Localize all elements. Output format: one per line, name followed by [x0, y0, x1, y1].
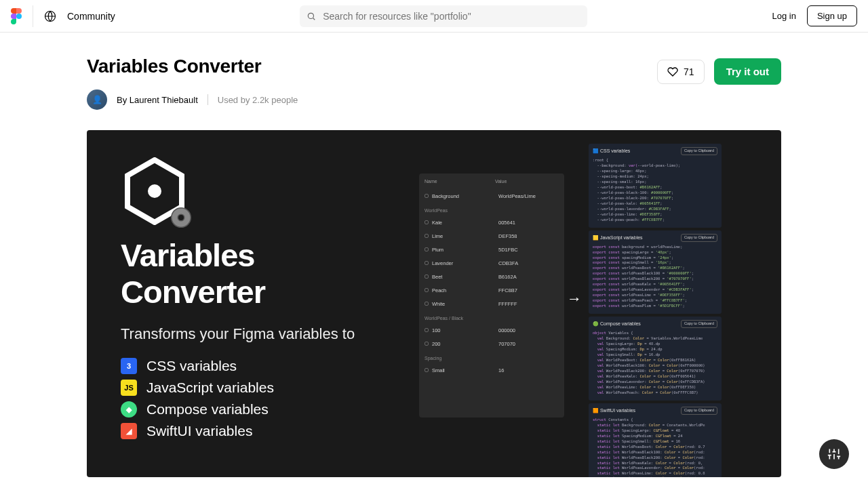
android-icon: ◆ [121, 401, 137, 418]
divider [208, 94, 208, 105]
variable-row: LimeDEF358 [425, 229, 559, 243]
feature-css: 3CSS variables [121, 358, 419, 374]
variable-row: BeetB6162A [425, 270, 559, 283]
variable-row: BackgroundWorldPeas/Lime [425, 189, 559, 203]
svg-point-3 [148, 184, 161, 198]
variable-row: Kale005641 [425, 216, 559, 229]
hero-image: VariablesConverter Transforms your Figma… [87, 130, 781, 477]
usage-count: Used by 2.2k people [218, 95, 298, 105]
hex-gear-icon [121, 157, 189, 225]
author-avatar[interactable]: 👤 [87, 89, 107, 110]
js-icon: JS [121, 380, 137, 396]
feature-js: JSJavaScript variables [121, 380, 419, 396]
author-line[interactable]: By Laurent Thiebault [117, 95, 198, 105]
divider [33, 5, 33, 27]
sliders-icon [827, 447, 841, 461]
login-link[interactable]: Log in [772, 11, 795, 21]
variables-panel: NameValue BackgroundWorldPeas/Lime World… [419, 174, 564, 418]
like-button[interactable]: 71 [657, 60, 705, 84]
hero-title: VariablesConverter [121, 237, 419, 310]
variable-row: LavenderCDB3FA [425, 256, 559, 270]
swift-code-panel: 🟧 SwiftUI variablesCopy to Clipboard str… [589, 403, 722, 477]
variable-row: Small16 [425, 363, 559, 377]
search-input[interactable] [300, 5, 587, 27]
try-it-out-button[interactable]: Try it out [714, 58, 781, 85]
copy-button: Copy to Clipboard [681, 407, 717, 415]
compose-code-panel: 🟢 Compose variablesCopy to Clipboard obj… [589, 317, 722, 401]
hero-subtitle: Transforms your Figma variables to [121, 325, 419, 343]
swift-icon: ◢ [121, 423, 137, 439]
css-icon: 3 [121, 358, 137, 374]
copy-button: Copy to Clipboard [681, 320, 717, 328]
top-bar: Community Log in Sign up [0, 0, 868, 33]
globe-icon[interactable] [44, 10, 56, 22]
css-code-panel: 🟦 CSS variablesCopy to Clipboard :root {… [589, 144, 722, 228]
figma-logo-icon[interactable] [11, 8, 22, 24]
heart-icon [667, 66, 678, 77]
copy-button: Copy to Clipboard [681, 234, 717, 242]
settings-fab[interactable] [819, 439, 849, 469]
svg-point-5 [178, 214, 184, 221]
feature-swift: ◢SwiftUI variables [121, 423, 419, 439]
variable-row: WhiteFFFFFF [425, 297, 559, 310]
arrow-icon: → [567, 290, 582, 308]
variable-row: Plum5D1FBC [425, 243, 559, 256]
copy-button: Copy to Clipboard [681, 147, 717, 155]
js-code-panel: 🟨 JavaScript variablesCopy to Clipboard … [589, 230, 722, 314]
variable-row: 200707070 [425, 337, 559, 350]
svg-point-1 [308, 13, 313, 18]
search-icon [307, 12, 316, 21]
feature-compose: ◆Compose variables [121, 401, 419, 418]
variable-row: PeachFFC8B7 [425, 283, 559, 297]
likes-count: 71 [684, 66, 694, 77]
community-link[interactable]: Community [67, 11, 115, 22]
signup-button[interactable]: Sign up [807, 5, 857, 26]
variable-row: 100000000 [425, 323, 559, 337]
page-title: Variables Converter [87, 56, 298, 77]
